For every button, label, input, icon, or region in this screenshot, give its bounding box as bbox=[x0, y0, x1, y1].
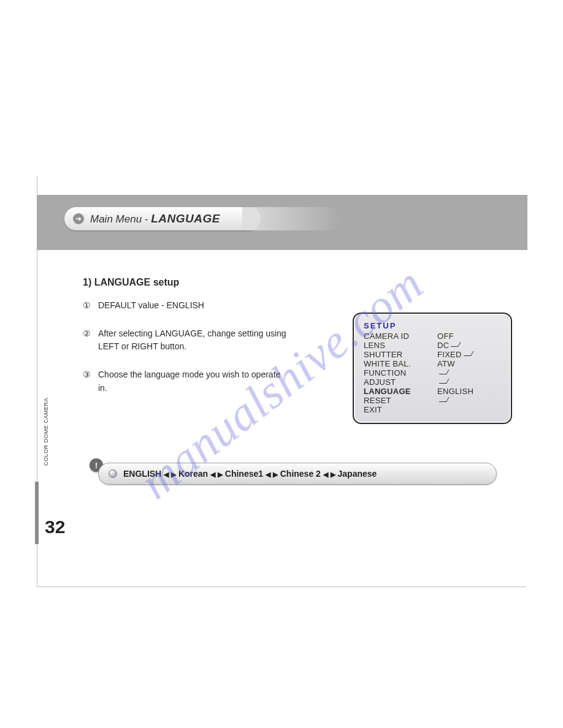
title-strong: LANGUAGE bbox=[151, 212, 220, 225]
osd-title: SETUP bbox=[364, 321, 501, 330]
osd-row: FUNCTION bbox=[364, 368, 501, 377]
osd-row: RESET bbox=[364, 396, 501, 405]
osd-row: LENSDC bbox=[364, 341, 501, 350]
content-area: 1) LANGUAGE setup ① DEFAULT value - ENGL… bbox=[83, 277, 512, 409]
step-text: DEFAULT value - ENGLISH bbox=[98, 299, 291, 313]
osd-key: LANGUAGE bbox=[364, 387, 437, 396]
step-item: ① DEFAULT value - ENGLISH bbox=[83, 299, 291, 313]
triangle-left-icon: ◀ bbox=[164, 471, 169, 478]
enter-submenu-icon bbox=[439, 370, 450, 374]
side-label: COLOR DOME CAMERA bbox=[43, 398, 49, 466]
enter-submenu-icon bbox=[451, 342, 461, 347]
step-number: ① bbox=[83, 299, 91, 313]
language-sequence: ENGLISH ◀ ▶ Korean ◀ ▶ Chinese1 ◀ ▶ Chin… bbox=[123, 469, 377, 479]
osd-value: ATW bbox=[437, 359, 501, 368]
osd-row: EXIT bbox=[364, 405, 501, 414]
triangle-left-icon: ◀ bbox=[323, 471, 328, 478]
osd-key: ADJUST bbox=[364, 377, 437, 387]
section-title: 1) LANGUAGE setup bbox=[83, 277, 512, 288]
language-options-bar: ENGLISH ◀ ▶ Korean ◀ ▶ Chinese1 ◀ ▶ Chin… bbox=[98, 463, 497, 485]
osd-row: SHUTTERFIXED bbox=[364, 350, 501, 359]
side-tick bbox=[35, 482, 39, 544]
osd-row: CAMERA IDOFF bbox=[364, 332, 501, 341]
osd-key: FUNCTION bbox=[364, 368, 437, 377]
osd-value bbox=[437, 368, 501, 377]
osd-setup-panel: SETUP CAMERA IDOFFLENSDCSHUTTERFIXEDWHIT… bbox=[353, 313, 512, 424]
triangle-left-icon: ◀ bbox=[210, 471, 215, 478]
osd-key: WHITE BAL. bbox=[364, 359, 437, 368]
triangle-right-icon: ▶ bbox=[171, 471, 176, 478]
osd-value: ENGLISH bbox=[437, 387, 501, 396]
step-number: ③ bbox=[83, 368, 91, 395]
osd-row: ADJUST bbox=[364, 377, 501, 387]
triangle-right-icon: ▶ bbox=[273, 471, 278, 478]
osd-key: SHUTTER bbox=[364, 350, 437, 359]
osd-value: DC bbox=[437, 341, 501, 350]
notice-bang: ! bbox=[95, 461, 98, 470]
page-number: 32 bbox=[45, 517, 65, 537]
osd-row: LANGUAGEENGLISH bbox=[364, 387, 501, 396]
osd-value: FIXED bbox=[437, 350, 501, 359]
language-option: Korean bbox=[178, 469, 208, 479]
enter-submenu-icon bbox=[464, 351, 474, 356]
step-number: ② bbox=[83, 327, 91, 354]
triangle-left-icon: ◀ bbox=[266, 471, 270, 478]
manual-page: ➔ Main Menu - LANGUAGE 1) LANGUAGE setup… bbox=[0, 0, 563, 728]
bullet-icon bbox=[109, 469, 117, 478]
language-option: Chinese1 bbox=[225, 469, 263, 479]
step-item: ③ Choose the language mode you wish to o… bbox=[83, 368, 291, 395]
osd-value bbox=[437, 405, 501, 414]
osd-value bbox=[437, 396, 501, 405]
osd-row: WHITE BAL.ATW bbox=[364, 359, 501, 368]
enter-submenu-icon bbox=[439, 397, 450, 402]
language-option: ENGLISH bbox=[123, 469, 161, 479]
title-pill: ➔ Main Menu - LANGUAGE bbox=[64, 207, 261, 230]
language-option: Japanese bbox=[338, 469, 377, 479]
osd-value: OFF bbox=[437, 332, 501, 341]
step-text: After selecting LANGUAGE, change setting… bbox=[98, 327, 291, 354]
step-text: Choose the language mode you wish to ope… bbox=[98, 368, 291, 395]
osd-key: CAMERA ID bbox=[364, 332, 437, 341]
osd-value bbox=[437, 377, 501, 387]
language-option: Chinese 2 bbox=[280, 469, 321, 479]
step-item: ② After selecting LANGUAGE, change setti… bbox=[83, 327, 291, 354]
enter-submenu-icon bbox=[439, 379, 450, 384]
osd-key: LENS bbox=[364, 341, 437, 350]
osd-key: EXIT bbox=[364, 405, 437, 414]
osd-key: RESET bbox=[364, 396, 437, 405]
page-title: Main Menu - LANGUAGE bbox=[90, 212, 220, 226]
title-prefix: Main Menu - bbox=[90, 213, 151, 225]
triangle-right-icon: ▶ bbox=[331, 471, 335, 478]
triangle-right-icon: ▶ bbox=[218, 471, 223, 478]
arrow-right-icon: ➔ bbox=[73, 213, 84, 224]
